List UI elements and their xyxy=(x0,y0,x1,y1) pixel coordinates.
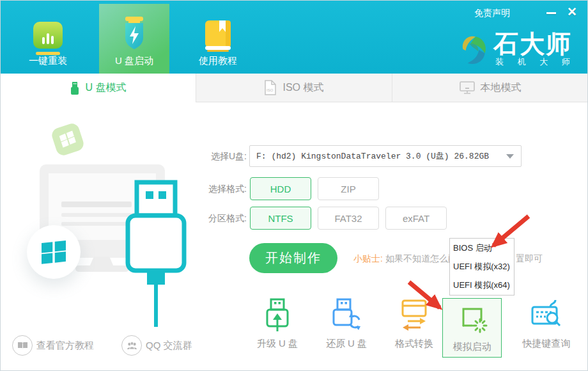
tool-restore-usb-label: 还原 U 盘 xyxy=(311,338,382,350)
usb-select-dropdown[interactable]: F: (hd2) KingstonDataTraveler 3.0 (U盘) 2… xyxy=(249,145,522,167)
tool-hotkey-query[interactable]: 快捷键查询 xyxy=(511,298,582,350)
nav-item-usb-boot[interactable]: U 盘启动 xyxy=(96,55,173,67)
tool-simulate-boot-label: 模拟启动 xyxy=(443,341,501,353)
simulate-boot-icon xyxy=(457,304,488,337)
boot-menu-item-uefi-x64[interactable]: UEFI 模拟(x64) xyxy=(450,276,514,294)
tab-local-mode[interactable]: 本地模式 xyxy=(392,74,588,102)
partition-option-exfat[interactable]: exFAT xyxy=(385,207,447,230)
usb-boot-icon xyxy=(120,17,148,52)
tool-simulate-boot[interactable]: 模拟启动 xyxy=(442,298,502,358)
official-tutorial-link[interactable]: 查看官方教程 xyxy=(36,340,94,352)
windows-logo-badge xyxy=(27,225,81,279)
qq-group-icon xyxy=(121,335,142,356)
brand-subtitle: 装 机 大 师 xyxy=(495,56,576,68)
nav-item-tutorial[interactable]: 使用教程 xyxy=(180,55,256,67)
monitor-icon xyxy=(460,81,475,94)
chevron-down-icon xyxy=(506,154,514,159)
tab-usb-mode[interactable]: U 盘模式 xyxy=(0,74,196,102)
tutorial-book-icon xyxy=(204,20,232,54)
usb-drive-icon xyxy=(70,81,80,95)
tool-hotkey-query-label: 快捷键查询 xyxy=(511,338,582,350)
format-convert-icon xyxy=(399,298,429,333)
format-label: 选择格式: xyxy=(203,184,247,195)
tool-upgrade-usb[interactable]: 升级 U 盘 xyxy=(242,298,313,350)
qq-group-link[interactable]: QQ 交流群 xyxy=(146,340,192,352)
disclaimer-link[interactable]: 免责声明 xyxy=(474,8,510,19)
boot-mode-popup: BIOS 启动 UEFI 模拟(x32) UEFI 模拟(x64) xyxy=(449,238,514,296)
reinstall-icon xyxy=(33,22,63,49)
usb-select-value: F: (hd2) KingstonDataTraveler 3.0 (U盘) 2… xyxy=(256,150,489,162)
tip-label: 小贴士: xyxy=(353,253,383,265)
close-button[interactable]: ✕ xyxy=(564,4,580,20)
boot-menu-item-uefi-x32[interactable]: UEFI 模拟(x32) xyxy=(450,257,514,276)
start-make-button[interactable]: 开始制作 xyxy=(249,243,337,273)
iso-file-icon: ISO xyxy=(264,80,277,95)
decorative-windows-tile xyxy=(50,122,85,157)
tool-format-convert[interactable]: 格式转换 xyxy=(379,298,449,350)
brand-logo-icon xyxy=(455,31,491,67)
tool-restore-usb[interactable]: 还原 U 盘 xyxy=(311,298,382,350)
format-option-hdd[interactable]: HDD xyxy=(250,177,311,200)
tool-format-convert-label: 格式转换 xyxy=(379,338,449,350)
nav-item-reinstall[interactable]: 一键重装 xyxy=(10,55,86,67)
usb-select-label: 选择U盘: xyxy=(203,151,247,162)
app-window: 一键重装 U 盘启动 使用教程 免责声明 ✕ xyxy=(0,0,588,371)
windows-flag-icon xyxy=(40,240,67,264)
tab-usb-mode-label: U 盘模式 xyxy=(86,81,127,95)
restore-usb-icon xyxy=(331,298,362,333)
svg-text:ISO: ISO xyxy=(267,88,274,92)
tab-local-mode-label: 本地模式 xyxy=(481,81,522,95)
decorative-monitor-base xyxy=(75,265,129,272)
tool-upgrade-usb-label: 升级 U 盘 xyxy=(242,338,313,350)
partition-option-ntfs[interactable]: NTFS xyxy=(250,207,311,230)
minimize-icon xyxy=(546,12,556,14)
official-tutorial-icon xyxy=(12,335,33,356)
tab-iso-mode-label: ISO 模式 xyxy=(282,81,323,95)
header: 一键重装 U 盘启动 使用教程 免责声明 ✕ xyxy=(0,0,588,74)
tab-iso-mode[interactable]: ISO ISO 模式 xyxy=(196,74,392,102)
upgrade-usb-icon xyxy=(262,298,293,333)
usb-plug-illustration xyxy=(123,180,189,329)
tip-text-right: 置即可 xyxy=(516,253,543,265)
minimize-button[interactable] xyxy=(544,5,559,20)
partition-option-fat32[interactable]: FAT32 xyxy=(318,207,379,230)
mode-tabs: U 盘模式 ISO ISO 模式 本地模式 xyxy=(0,74,588,102)
format-option-zip[interactable]: ZIP xyxy=(318,177,379,200)
hotkey-query-icon xyxy=(531,298,562,333)
partition-label: 分区格式: xyxy=(203,213,247,225)
tip-text-left: 如果不知道怎么配 xyxy=(385,253,457,265)
boot-menu-item-bios[interactable]: BIOS 启动 xyxy=(450,239,514,257)
